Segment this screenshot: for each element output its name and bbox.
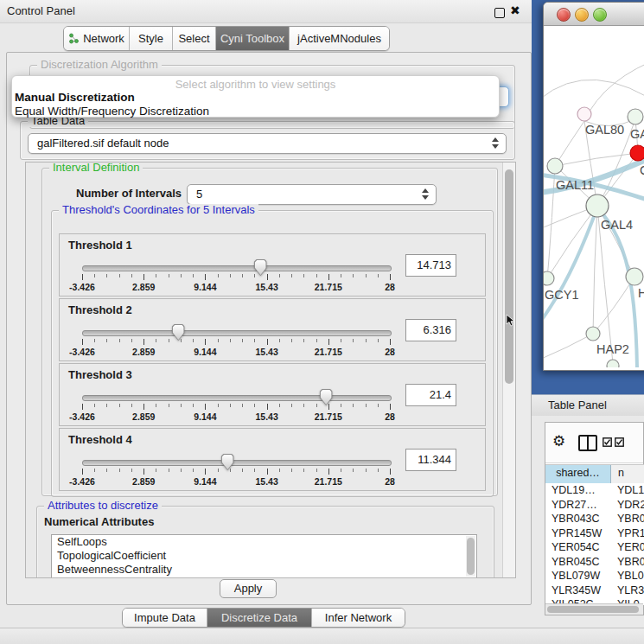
close-icon[interactable]: ✖ [510, 3, 520, 17]
node-label: C [640, 163, 644, 177]
popup-option[interactable]: Manual Discretization [12, 91, 499, 105]
apply-button[interactable]: Apply [220, 579, 277, 598]
control-panel: Control Panel ✖ NetworkStyleSelectCyni T… [0, 0, 532, 644]
gear-icon[interactable]: ⚙ [552, 432, 565, 450]
thresholds-group-label: Threshold's Coordinates for 5 Intervals [59, 204, 258, 216]
combo-stepper-icon [492, 137, 499, 149]
table-row[interactable]: YDL19…YDL1 [545, 483, 644, 498]
checkbox-icon[interactable] [603, 437, 612, 447]
tick-label: 15.43 [255, 476, 277, 487]
tick-label: -3.426 [69, 282, 95, 292]
threshold-value-field[interactable]: 11.344 [405, 449, 456, 471]
attribute-item[interactable]: SelfLoops [52, 535, 476, 549]
network-edge [593, 277, 634, 334]
number-of-intervals-label: Number of Intervals [76, 187, 182, 200]
attribute-item[interactable]: TopologicalCoefficient [52, 549, 476, 563]
tab-label: Cyni Toolbox [220, 32, 284, 45]
panel-scrollbar-thumb[interactable] [505, 169, 513, 384]
threshold-label: Threshold 4 [68, 433, 132, 446]
node-label: GAL11 [556, 178, 594, 192]
slider-track[interactable] [82, 460, 392, 466]
network-window-titlebar[interactable] [544, 3, 644, 26]
tick-label: 28 [385, 282, 395, 292]
tick-label: 28 [385, 411, 395, 422]
control-panel-titlebar: Control Panel ✖ [0, 0, 532, 23]
table-row[interactable]: YPR145WYPR1 [545, 526, 644, 541]
list-scrollbar[interactable] [466, 536, 475, 577]
tick-label: 2.859 [132, 347, 155, 357]
node-label: H [638, 286, 644, 300]
tab-infer-network[interactable]: Infer Network [312, 609, 405, 627]
table-row[interactable]: YBR043CYBR0 [545, 512, 644, 526]
slider-track[interactable] [82, 265, 392, 271]
network-node[interactable] [547, 158, 563, 174]
column-header-shared[interactable]: shared… [545, 465, 611, 483]
tick-label: 15.43 [255, 347, 277, 357]
minimize-traffic-light-icon[interactable] [575, 8, 589, 22]
tab-network[interactable]: Network [64, 27, 130, 50]
tick-label: 21.715 [315, 282, 342, 292]
numerical-attributes-label: Numerical Attributes [44, 515, 154, 528]
table-row[interactable]: YLR345WYLR3 [545, 583, 644, 598]
table-data-combobox[interactable]: galFiltered.sif default node [28, 133, 507, 154]
columns-icon[interactable] [578, 435, 597, 451]
tab-jactivemnodules[interactable]: jActiveMNodules [290, 27, 389, 50]
threshold-value-field[interactable]: 6.316 [405, 319, 456, 341]
panel-scrollbar[interactable] [502, 163, 516, 577]
tab-style[interactable]: Style [130, 27, 173, 50]
network-node[interactable] [586, 327, 600, 341]
network-node[interactable] [577, 107, 591, 121]
tab-discretize-data[interactable]: Discretize Data [207, 609, 312, 627]
network-node[interactable] [607, 360, 619, 367]
popup-option[interactable]: Equal Width/Frequency Discretization [12, 105, 499, 118]
numerical-attributes-list[interactable]: SelfLoopsTopologicalCoefficientBetweenne… [51, 534, 477, 578]
node-label: GCY1 [545, 288, 579, 302]
float-window-icon[interactable] [494, 8, 505, 18]
popup-hint: Select algorithm to view settings [12, 78, 499, 91]
threshold-panel: Threshold 2-3.4262.8599.14415.4321.71528… [59, 298, 486, 361]
table-header-row[interactable]: shared… n [545, 464, 644, 484]
settings-scrollpane: Interval Definition Number of Intervals … [25, 162, 516, 578]
slider-ticks [82, 274, 390, 282]
table-row[interactable]: YBL079WYBL0 [545, 569, 644, 583]
table-row[interactable]: YDR27…YDR2 [545, 498, 644, 513]
number-of-intervals-combobox[interactable]: 5 [187, 184, 437, 205]
slider-track[interactable] [82, 395, 392, 401]
zoom-traffic-light-icon[interactable] [593, 8, 607, 22]
tick-label: -3.426 [69, 411, 95, 422]
slider-track[interactable] [82, 330, 392, 336]
network-node[interactable] [544, 271, 554, 285]
network-node[interactable] [586, 194, 609, 217]
table-row[interactable]: YBR045CYBR0 [545, 555, 644, 570]
close-traffic-light-icon[interactable] [557, 8, 571, 22]
tick-label: 15.43 [255, 411, 277, 422]
table-hscrollbar[interactable] [545, 603, 643, 615]
threshold-panel: Threshold 1-3.4262.8599.14415.4321.71528… [59, 233, 486, 296]
table-panel-body: ⚙ shared… n YDL19…YDL1YDR27…YDR2YBR043CY… [532, 416, 644, 628]
tab-label: jActiveMNodules [297, 32, 381, 45]
tick-label: 2.859 [132, 411, 155, 422]
tab-cyni-toolbox[interactable]: Cyni Toolbox [216, 27, 290, 50]
attributes-group: Attributes to discretize Numerical Attri… [36, 506, 494, 578]
tab-select[interactable]: Select [173, 27, 216, 50]
network-node[interactable] [626, 268, 643, 285]
threshold-value-field[interactable]: 21.4 [405, 384, 456, 406]
network-canvas[interactable]: GAL80GACGAL11GAL4GCY1HHAP2 [544, 26, 644, 367]
network-node[interactable] [628, 109, 643, 124]
checkbox-icon[interactable] [615, 437, 624, 447]
tick-label: 15.43 [255, 282, 277, 292]
column-header-name[interactable]: n [611, 465, 644, 483]
table-row[interactable]: YER054CYER0 [545, 540, 644, 555]
slider-ticks [82, 469, 390, 476]
network-node[interactable] [630, 145, 644, 161]
table-data-combobox-value: galFiltered.sif default node [37, 137, 169, 150]
threshold-value-field[interactable]: 14.713 [405, 254, 456, 277]
tick-label: 28 [385, 476, 395, 487]
combo-stepper-icon [422, 188, 429, 200]
tab-impute-data[interactable]: Impute Data [123, 609, 207, 627]
tab-label: Impute Data [134, 611, 195, 624]
top-tab-bar: NetworkStyleSelectCyni ToolboxjActiveMNo… [63, 26, 390, 51]
thresholds-group: Threshold's Coordinates for 5 Intervals … [51, 210, 494, 497]
tick-label: 21.715 [315, 347, 342, 357]
attribute-item[interactable]: BetweennessCentrality [52, 563, 476, 577]
